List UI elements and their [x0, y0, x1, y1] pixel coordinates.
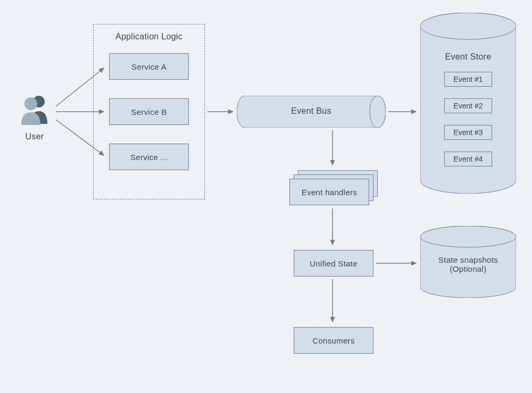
event-label: Event #2 [453, 102, 483, 110]
consumers-label: Consumers [312, 336, 354, 345]
service-label: Service A [131, 62, 167, 71]
service-a-box: Service A [109, 53, 189, 80]
user-label: User [16, 132, 53, 141]
snapshots-line1: State snapshots [420, 255, 516, 264]
svg-point-1 [24, 97, 37, 110]
event-item: Event #2 [444, 98, 492, 113]
event-handlers-card-front: Event handlers [289, 179, 369, 205]
event-item: Event #3 [444, 125, 492, 140]
event-label: Event #4 [453, 155, 483, 163]
event-bus-label: Event Bus [237, 106, 386, 116]
service-label: Service B [131, 107, 167, 116]
service-label: Service ... [130, 153, 168, 162]
event-item: Event #4 [444, 152, 492, 166]
unified-state-box: Unified State [294, 250, 373, 277]
service-more-box: Service ... [109, 144, 189, 170]
event-handlers-label: Event handlers [302, 188, 357, 197]
application-logic-title: Application Logic [93, 32, 205, 41]
snapshots-label-group: State snapshots (Optional) [420, 255, 516, 273]
service-b-box: Service B [109, 98, 189, 125]
event-label: Event #3 [453, 128, 483, 137]
event-label: Event #1 [453, 75, 483, 83]
snapshots-line2: (Optional) [420, 264, 516, 273]
unified-state-label: Unified State [310, 259, 358, 268]
event-item: Event #1 [444, 72, 492, 87]
event-store-title: Event Store [420, 52, 516, 62]
svg-point-3 [420, 13, 516, 39]
user-icon [16, 93, 53, 125]
svg-point-4 [420, 226, 516, 247]
consumers-box: Consumers [294, 327, 373, 354]
